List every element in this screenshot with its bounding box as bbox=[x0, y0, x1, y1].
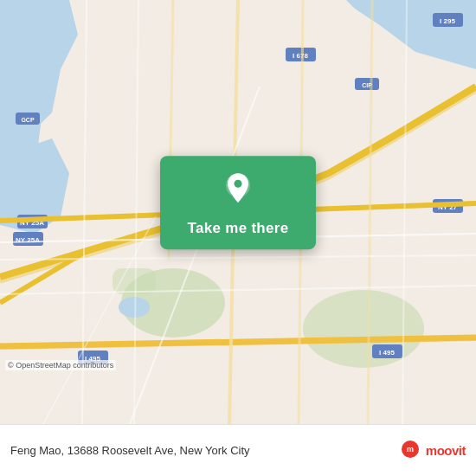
pin-icon bbox=[222, 171, 254, 213]
osm-attribution: © OpenStreetMap contributors bbox=[5, 360, 116, 370]
svg-text:NY 25A: NY 25A bbox=[16, 236, 40, 244]
take-me-there-label: Take me there bbox=[188, 220, 289, 237]
svg-text:I 295: I 295 bbox=[440, 17, 455, 25]
take-me-there-overlay: Take me there bbox=[160, 156, 316, 249]
map-container: I 495 I 495 NY 25A NY 25A NY 27 I 295 I … bbox=[0, 0, 476, 424]
svg-text:I 678: I 678 bbox=[293, 52, 308, 60]
svg-text:m: m bbox=[407, 445, 414, 453]
svg-point-27 bbox=[235, 180, 242, 188]
moovit-logo: m moovit bbox=[398, 439, 466, 463]
moovit-logo-text: moovit bbox=[426, 443, 466, 458]
svg-point-4 bbox=[119, 297, 150, 318]
svg-text:I 495: I 495 bbox=[379, 349, 395, 357]
address-text: Feng Mao, 13688 Roosevelt Ave, New York … bbox=[10, 444, 398, 457]
moovit-logo-icon: m bbox=[398, 439, 422, 463]
svg-text:GCP: GCP bbox=[21, 117, 35, 123]
svg-rect-3 bbox=[113, 268, 156, 294]
take-me-there-button[interactable]: Take me there bbox=[160, 156, 316, 249]
svg-point-2 bbox=[303, 290, 424, 368]
bottom-bar: Feng Mao, 13688 Roosevelt Ave, New York … bbox=[0, 424, 476, 476]
